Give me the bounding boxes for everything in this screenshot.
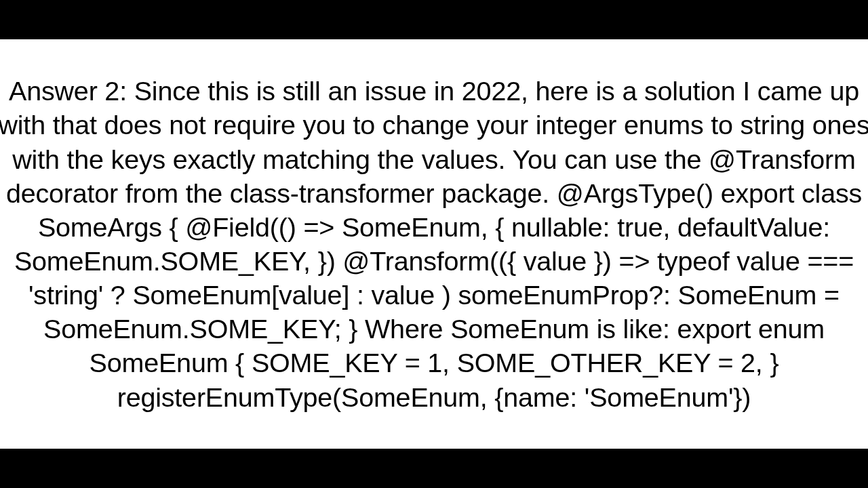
content-area: Answer 2: Since this is still an issue i… — [0, 39, 868, 449]
answer-text: Answer 2: Since this is still an issue i… — [0, 74, 868, 414]
